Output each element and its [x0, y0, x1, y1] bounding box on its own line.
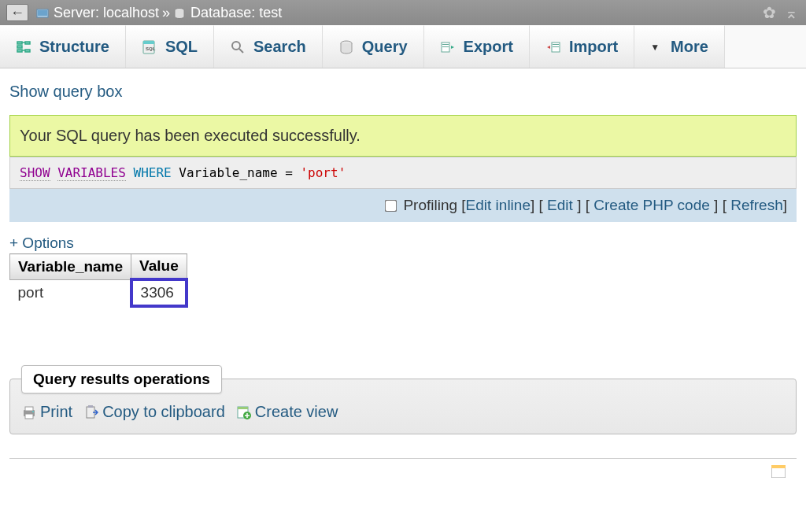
query-icon	[338, 39, 354, 55]
collapse-icon[interactable]: ⌅	[782, 4, 800, 21]
tab-export[interactable]: Export	[424, 25, 530, 68]
print-icon	[21, 405, 37, 420]
table-row: port 3306	[10, 279, 187, 306]
breadcrumb-server-value[interactable]: localhost	[103, 5, 159, 21]
breadcrumb-separator: »	[162, 5, 170, 21]
profiling-label: Profiling	[403, 197, 457, 213]
tab-export-label: Export	[464, 38, 513, 56]
structure-icon	[16, 39, 31, 55]
copy-clipboard-link[interactable]: Copy to clipboard	[83, 403, 225, 421]
svg-rect-14	[553, 46, 559, 47]
sql-icon: SQL	[142, 39, 157, 55]
back-button[interactable]: ←	[6, 4, 28, 21]
print-link[interactable]: Print	[21, 403, 72, 421]
svg-line-7	[239, 49, 243, 53]
clipboard-icon	[83, 405, 99, 420]
create-view-label: Create view	[255, 403, 338, 421]
tab-import[interactable]: Import	[530, 25, 634, 68]
profiling-checkbox[interactable]	[385, 200, 397, 212]
query-results-operations-panel: Query results operations Print Copy to c…	[9, 379, 797, 434]
tab-more[interactable]: ▼ More	[634, 25, 725, 68]
cell-variable-name: port	[10, 279, 131, 306]
tabs-bar: Structure SQL SQL Search Query Export Im…	[0, 25, 806, 68]
column-header-value[interactable]: Value	[131, 254, 187, 280]
svg-point-6	[232, 42, 240, 50]
svg-rect-1	[38, 10, 47, 16]
column-header-variable-name[interactable]: Variable_name	[10, 254, 131, 280]
table-header-row: Variable_name Value	[10, 254, 187, 280]
print-label: Print	[40, 403, 72, 421]
sql-string: 'port'	[300, 165, 346, 180]
tab-import-label: Import	[569, 38, 618, 56]
svg-rect-13	[553, 44, 559, 45]
footer-separator	[9, 458, 797, 459]
svg-rect-20	[88, 405, 93, 408]
svg-point-18	[32, 411, 34, 412]
export-icon	[440, 39, 456, 55]
tab-query[interactable]: Query	[323, 25, 424, 68]
svg-rect-11	[442, 46, 449, 47]
breadcrumb-database-value[interactable]: test	[259, 5, 282, 21]
tab-query-label: Query	[362, 38, 408, 56]
sql-keyword: WHERE	[134, 165, 172, 180]
breadcrumb-bar: ← Server: localhost » Database: test ✿ ⌅	[0, 0, 806, 25]
results-table: Variable_name Value port 3306	[9, 253, 188, 308]
operations-panel-title: Query results operations	[21, 365, 222, 393]
database-icon	[173, 7, 186, 18]
show-query-box-link[interactable]: Show query box	[9, 83, 122, 100]
svg-rect-10	[442, 44, 449, 45]
window-icon[interactable]	[771, 465, 786, 478]
tab-structure[interactable]: Structure	[0, 25, 126, 68]
svg-rect-17	[25, 414, 33, 419]
breadcrumb-database-label: Database:	[190, 5, 255, 21]
svg-rect-4	[143, 41, 154, 44]
svg-rect-16	[25, 407, 33, 411]
create-view-icon	[236, 405, 252, 420]
tab-search-label: Search	[253, 38, 306, 56]
svg-text:SQL: SQL	[146, 46, 156, 51]
gear-icon[interactable]: ✿	[760, 4, 778, 21]
options-toggle[interactable]: + Options	[9, 235, 797, 252]
search-icon	[230, 39, 246, 55]
svg-rect-22	[238, 407, 248, 409]
sql-keyword: VARIABLES	[57, 165, 126, 181]
tab-more-label: More	[671, 38, 708, 56]
create-php-link[interactable]: Create PHP code	[593, 197, 710, 213]
tab-search[interactable]: Search	[214, 25, 323, 68]
import-icon	[545, 39, 561, 55]
tab-structure-label: Structure	[39, 38, 109, 56]
tab-sql[interactable]: SQL SQL	[126, 25, 214, 68]
create-view-link[interactable]: Create view	[236, 403, 338, 421]
sql-keyword: SHOW	[20, 165, 50, 181]
svg-rect-25	[771, 465, 786, 468]
refresh-link[interactable]: Refresh	[730, 197, 783, 213]
success-message: Your SQL query has been executed success…	[9, 115, 797, 157]
cell-value: 3306	[131, 279, 187, 306]
edit-inline-link[interactable]: Edit inline	[466, 197, 531, 213]
dropdown-arrow-icon: ▼	[650, 42, 660, 53]
copy-label: Copy to clipboard	[102, 403, 225, 421]
edit-link[interactable]: Edit	[547, 197, 573, 213]
query-actions-bar: Profiling [Edit inline] [ Edit ] [ Creat…	[9, 189, 797, 222]
server-icon	[36, 7, 49, 18]
sql-identifier: Variable_name =	[179, 165, 293, 180]
sql-query-display: SHOW VARIABLES WHERE Variable_name = 'po…	[9, 157, 797, 189]
breadcrumb-server-label: Server:	[54, 5, 99, 21]
tab-sql-label: SQL	[165, 38, 198, 56]
